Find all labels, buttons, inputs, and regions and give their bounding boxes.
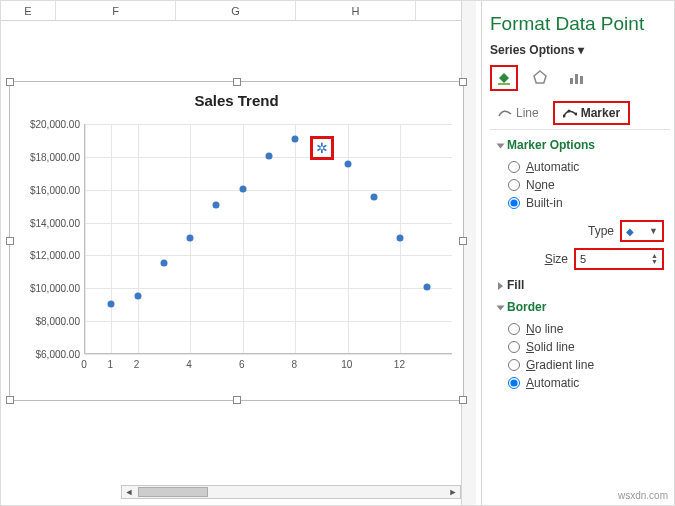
svg-point-6 [567,110,570,113]
column-header[interactable]: G [176,1,296,20]
chart-title[interactable]: Sales Trend [10,82,463,113]
chart-plot-area[interactable]: ✲ [84,124,452,354]
data-point[interactable] [397,235,404,242]
chevron-down-icon: ▾ [578,43,584,57]
data-point[interactable] [239,185,246,192]
caret-down-icon: ▼ [649,226,658,236]
y-tick-label: $10,000.00 [16,283,80,294]
data-point[interactable] [344,161,351,168]
horizontal-scrollbar[interactable]: ◄ ► [121,485,461,499]
app-window: E F G H Sales Trend ✲ $20,000.00$18,000.… [0,0,675,506]
radio-solid-line[interactable]: Solid line [508,338,670,356]
column-header[interactable]: H [296,1,416,20]
fill-section: Fill [490,270,670,292]
marker-options-header[interactable]: Marker Options [498,138,670,152]
y-tick-label: $20,000.00 [16,119,80,130]
data-point[interactable] [187,235,194,242]
radio-builtin[interactable]: Built-in [508,194,670,212]
data-point[interactable] [134,292,141,299]
marker-options-section: Marker Options Automatic None Built-in T… [490,130,670,270]
scroll-left-icon[interactable]: ◄ [122,487,136,497]
svg-rect-2 [570,78,573,84]
y-tick-label: $18,000.00 [16,151,80,162]
line-icon [498,108,512,118]
column-header[interactable]: F [56,1,176,20]
series-options-label: Series Options [490,43,575,57]
diamond-icon: ◆ [626,226,634,237]
y-tick-label: $14,000.00 [16,217,80,228]
effects-icon[interactable] [526,65,554,91]
type-label: Type [588,224,614,238]
scroll-right-icon[interactable]: ► [446,487,460,497]
data-point[interactable] [213,202,220,209]
x-tick-label: 1 [108,359,114,370]
radio-gradient-line[interactable]: Gradient line [508,356,670,374]
data-point[interactable] [160,259,167,266]
spinner-icon[interactable]: ▲▼ [651,253,658,265]
svg-marker-1 [534,71,546,83]
watermark: wsxdn.com [618,490,668,501]
column-header[interactable]: E [1,1,56,20]
y-tick-label: $6,000.00 [16,349,80,360]
radio-automatic[interactable]: Automatic [508,158,670,176]
data-point[interactable] [108,300,115,307]
tab-marker[interactable]: Marker [553,101,630,125]
selected-data-point[interactable]: ✲ [310,136,334,160]
marker-type-row: Type ◆ ▼ [498,214,670,242]
radio-none[interactable]: None [508,176,670,194]
format-category-icons [490,57,670,101]
radio-no-line[interactable]: No line [508,320,670,338]
x-tick-label: 4 [186,359,192,370]
data-point[interactable] [423,284,430,291]
series-options-icon[interactable] [562,65,590,91]
y-tick-label: $8,000.00 [16,316,80,327]
data-point[interactable] [266,152,273,159]
marker-size-row: Size 5 ▲▼ [498,242,670,270]
svg-rect-0 [498,83,510,85]
x-tick-label: 0 [81,359,87,370]
column-headers: E F G H [1,1,471,21]
x-tick-label: 10 [341,359,352,370]
x-tick-label: 6 [239,359,245,370]
y-tick-label: $16,000.00 [16,184,80,195]
size-label: Size [545,252,568,266]
pane-title: Format Data Point [490,7,670,43]
border-section: Border No line Solid line Gradient line … [490,292,670,394]
tab-line[interactable]: Line [490,101,547,125]
fill-line-icon[interactable] [490,65,518,91]
chart-object[interactable]: Sales Trend ✲ $20,000.00$18,000.00$16,00… [9,81,464,401]
fill-header[interactable]: Fill [498,278,670,292]
data-point[interactable] [292,136,299,143]
radio-border-automatic[interactable]: Automatic [508,374,670,392]
data-point[interactable] [371,193,378,200]
marker-icon [563,108,577,118]
x-tick-label: 2 [134,359,140,370]
x-tick-label: 8 [292,359,298,370]
marker-size-input[interactable]: 5 ▲▼ [574,248,664,270]
marker-type-select[interactable]: ◆ ▼ [620,220,664,242]
y-tick-label: $12,000.00 [16,250,80,261]
svg-rect-3 [575,74,578,84]
format-pane: Format Data Point Series Options ▾ Line [481,1,675,505]
series-options-dropdown[interactable]: Series Options ▾ [490,43,670,57]
border-header[interactable]: Border [498,300,670,314]
line-marker-tabs: Line Marker [490,101,670,130]
scroll-thumb[interactable] [138,487,208,497]
svg-rect-4 [580,76,583,84]
selection-marker-icon: ✲ [316,140,328,156]
x-tick-label: 12 [394,359,405,370]
